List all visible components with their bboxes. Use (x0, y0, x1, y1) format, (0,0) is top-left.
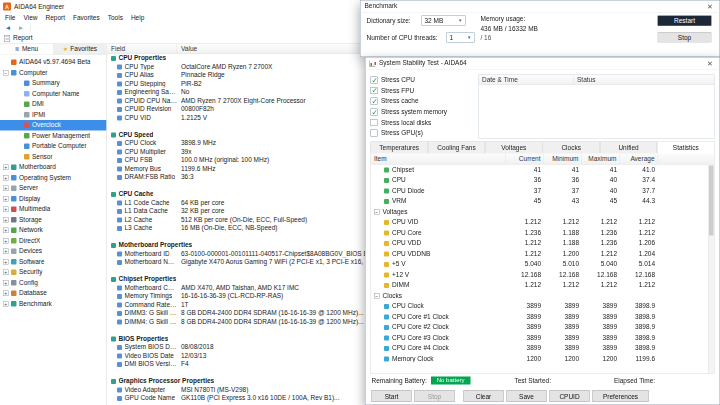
sidebar-tab[interactable]: Favorites (54, 44, 107, 55)
back-icon[interactable]: ◄ (4, 24, 12, 31)
tree-item[interactable]: Operating System (0, 173, 107, 184)
menu-item[interactable]: Report (41, 14, 69, 21)
checkbox-icon[interactable] (371, 108, 378, 115)
section-expander-icon[interactable] (374, 293, 380, 299)
tree-item[interactable]: Display (0, 194, 107, 205)
tree-item[interactable]: Security (0, 267, 107, 278)
report-button[interactable]: Report (13, 35, 33, 42)
tree-item[interactable]: IPMI (0, 110, 107, 121)
minimum-column-header[interactable]: Minimum (544, 154, 582, 165)
category-tree: AIDA64 v5.97.4694 Beta Computer Summar (0, 55, 107, 405)
stability-tab[interactable]: Clocks (543, 142, 600, 154)
tree-item[interactable]: Portable Computer (0, 141, 107, 152)
tree-expander-icon[interactable] (3, 165, 9, 171)
tree-expander-icon[interactable] (3, 301, 9, 307)
tree-expander-icon[interactable] (3, 70, 9, 76)
tree-expander-icon[interactable] (3, 175, 9, 181)
stability-tab[interactable]: Temperatures (371, 142, 428, 154)
maximum-column-header[interactable]: Maximum (582, 154, 620, 165)
tree-expander-icon[interactable] (3, 270, 9, 276)
tree-item[interactable]: Network (0, 225, 107, 236)
stat-average: 37.7 (620, 187, 658, 194)
tree-item[interactable]: AIDA64 v5.97.4694 Beta (0, 57, 107, 68)
tree-item[interactable]: Devices (0, 246, 107, 257)
tree-item[interactable]: Motherboard (0, 162, 107, 173)
checkbox-icon[interactable] (371, 76, 378, 83)
tree-expander-icon[interactable] (3, 280, 9, 286)
sidebar-tab[interactable]: Menu (0, 44, 54, 55)
tree-item[interactable]: Config (0, 278, 107, 289)
field-cell: CPU Clock (107, 140, 177, 147)
value-column-header[interactable]: Value (177, 45, 197, 52)
tree-item[interactable]: DMI (0, 99, 107, 110)
tree-item-icon (24, 123, 30, 129)
tree-item[interactable]: Computer Name (0, 89, 107, 100)
tree-item[interactable]: Benchmark (0, 299, 107, 310)
stability-button[interactable]: Start (372, 390, 412, 402)
current-column-header[interactable]: Current (506, 154, 544, 165)
tree-item[interactable]: Software (0, 257, 107, 268)
tree-item[interactable]: Database (0, 288, 107, 299)
stability-button[interactable]: Clear (464, 390, 504, 402)
tree-expander-icon[interactable] (3, 238, 9, 244)
tree-expander-icon[interactable] (3, 217, 9, 223)
main-window-title: AIDA64 Engineer (14, 3, 64, 10)
forward-icon[interactable]: ► (17, 24, 25, 31)
tree-expander-icon[interactable] (3, 186, 9, 192)
checkbox-icon[interactable] (371, 98, 378, 105)
tree-item[interactable]: Computer (0, 68, 107, 79)
scrollbar-thumb[interactable] (709, 166, 714, 236)
tree-item[interactable]: Power Management (0, 131, 107, 142)
tree-expander-icon[interactable] (3, 249, 9, 255)
section-expander-icon[interactable] (374, 209, 380, 215)
tree-expander-icon[interactable] (3, 259, 9, 265)
stress-checkbox[interactable]: Stress GPU(s) (371, 128, 474, 139)
field-column-header[interactable]: Field (107, 44, 177, 54)
stability-button[interactable]: Preferences (593, 390, 649, 402)
stress-checkbox[interactable]: Stress cache (371, 96, 474, 107)
stress-checkbox[interactable]: Stress FPU (371, 85, 474, 96)
tree-expander-icon[interactable] (3, 196, 9, 202)
dictionary-size-select[interactable]: 32 MB ▼ (422, 16, 466, 26)
restart-button[interactable]: Restart (658, 16, 712, 26)
stability-button[interactable]: Save (507, 390, 547, 402)
tree-item[interactable]: DirectX (0, 236, 107, 247)
item-column-header[interactable]: Item (371, 154, 506, 165)
menu-item[interactable]: Favorites (69, 14, 104, 21)
tree-item[interactable]: Summary (0, 78, 107, 89)
menu-item[interactable]: View (19, 14, 41, 21)
close-icon[interactable]: ✕ (705, 2, 716, 10)
stability-tab[interactable]: Unified (600, 142, 657, 154)
stability-button[interactable]: CPUID (550, 390, 590, 402)
stress-checkbox[interactable]: Stress system memory (371, 106, 474, 117)
stat-current: 3899 (506, 324, 544, 331)
cpu-threads-select[interactable]: 1 ▼ (447, 33, 475, 43)
tree-item[interactable]: Multimedia (0, 204, 107, 215)
stability-tab[interactable]: Statistics (657, 142, 714, 154)
checkbox-icon[interactable] (371, 119, 378, 126)
menu-item[interactable]: Help (127, 14, 148, 21)
scrollbar[interactable] (708, 165, 714, 374)
menu-item[interactable]: Tools (104, 14, 127, 21)
tree-item[interactable]: Storage (0, 215, 107, 226)
stability-tab[interactable]: Cooling Fans (428, 142, 485, 154)
stability-tab[interactable]: Voltages (485, 142, 542, 154)
checkbox-icon[interactable] (371, 87, 378, 94)
close-icon[interactable]: ✕ (705, 59, 716, 67)
tree-expander-icon[interactable] (3, 207, 9, 213)
tree-item[interactable]: Overclock (0, 120, 107, 131)
stat-item-label: CPU VDD (392, 240, 421, 247)
stability-button[interactable]: Stop (415, 390, 455, 402)
tree-expander-icon[interactable] (3, 228, 9, 234)
tree-item[interactable]: Server (0, 183, 107, 194)
average-column-header[interactable]: Average (620, 154, 658, 165)
tree-expander-icon[interactable] (3, 291, 9, 297)
status-column-header[interactable]: Status (574, 75, 714, 85)
stress-checkbox[interactable]: Stress local disks (371, 117, 474, 128)
datetime-column-header[interactable]: Date & Time (479, 75, 574, 85)
stop-button[interactable]: Stop (658, 33, 712, 43)
tree-item[interactable]: Sensor (0, 152, 107, 163)
stress-checkbox[interactable]: Stress CPU (371, 75, 474, 86)
menu-item[interactable]: File (1, 14, 19, 21)
checkbox-icon[interactable] (371, 130, 378, 137)
